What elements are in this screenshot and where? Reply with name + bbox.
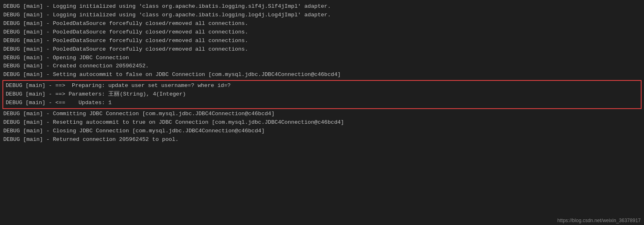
log-line: DEBUG [main] - PooledDataSource forceful… [0, 45, 644, 54]
log-line: DEBUG [main] - Closing JDBC Connection [… [0, 127, 644, 136]
log-line: DEBUG [main] - Resetting autocommit to t… [0, 118, 644, 127]
log-line: DEBUG [main] - Setting autocommit to fal… [0, 71, 644, 79]
watermark: https://blog.csdn.net/weixin_36378917 [557, 218, 641, 223]
log-line: DEBUG [main] - PooledDataSource forceful… [0, 20, 644, 28]
console-container: DEBUG [main] - Logging initialized using… [0, 0, 644, 225]
log-line: DEBUG [main] - Returned connection 20596… [0, 136, 644, 144]
log-line: DEBUG [main] - Committing JDBC Connectio… [0, 110, 644, 118]
log-lines-after: DEBUG [main] - Committing JDBC Connectio… [0, 110, 644, 144]
log-line: DEBUG [main] - PooledDataSource forceful… [0, 28, 644, 37]
log-line: DEBUG [main] - Logging initialized using… [0, 11, 644, 20]
log-line: DEBUG [main] - PooledDataSource forceful… [0, 37, 644, 45]
log-line: DEBUG [main] - Created connection 205962… [0, 62, 644, 71]
highlighted-block: DEBUG [main] - ==> Preparing: update use… [2, 80, 642, 109]
log-lines-before: DEBUG [main] - Logging initialized using… [0, 2, 644, 79]
log-line: DEBUG [main] - Opening JDBC Connection [0, 54, 644, 62]
highlighted-log-line: DEBUG [main] - ==> Preparing: update use… [4, 82, 640, 90]
highlighted-log-line: DEBUG [main] - ==> Parameters: 王丽(String… [4, 90, 640, 99]
log-line: DEBUG [main] - Logging initialized using… [0, 2, 644, 11]
highlighted-log-line: DEBUG [main] - <== Updates: 1 [4, 99, 640, 107]
